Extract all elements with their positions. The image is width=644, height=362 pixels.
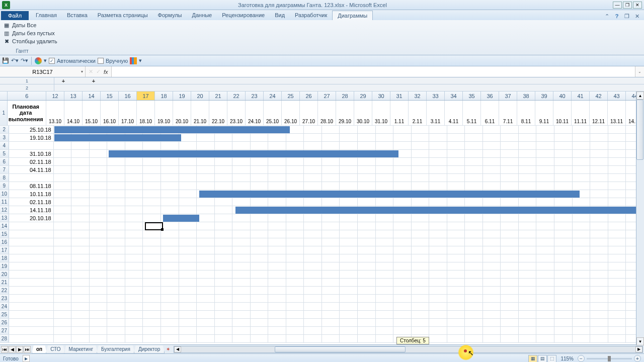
cell[interactable]: [536, 287, 554, 294]
col-header[interactable]: 26: [300, 92, 318, 100]
cell[interactable]: [358, 166, 376, 173]
manual-checkbox[interactable]: [98, 58, 104, 64]
cell[interactable]: [197, 214, 215, 222]
enter-formula-icon[interactable]: ✓: [96, 68, 101, 75]
cell[interactable]: [161, 311, 179, 318]
cell[interactable]: [501, 230, 519, 238]
cell[interactable]: [608, 246, 626, 254]
cell[interactable]: [251, 327, 269, 334]
col-header[interactable]: 41: [572, 92, 590, 100]
cell[interactable]: [483, 198, 501, 206]
restore-window-icon[interactable]: ❐: [623, 12, 631, 20]
cell[interactable]: [286, 182, 304, 190]
cell[interactable]: [340, 327, 358, 334]
cell[interactable]: [376, 214, 394, 222]
cell[interactable]: [161, 319, 179, 326]
cell[interactable]: [251, 262, 269, 270]
cell[interactable]: [573, 158, 591, 165]
cell[interactable]: [465, 182, 483, 190]
cell[interactable]: [322, 222, 340, 230]
row-header[interactable]: 3: [0, 134, 9, 141]
cell[interactable]: [554, 174, 573, 182]
date-cell[interactable]: [9, 262, 54, 270]
cell[interactable]: [501, 134, 519, 141]
vscroll-thumb[interactable]: [636, 100, 643, 160]
cell[interactable]: [608, 126, 626, 133]
ribbon-tab-0[interactable]: Главная: [31, 11, 62, 20]
cell[interactable]: [71, 319, 90, 326]
cell[interactable]: [215, 222, 233, 230]
cell[interactable]: [393, 198, 412, 206]
cell[interactable]: [412, 262, 430, 270]
cell[interactable]: [143, 335, 161, 342]
col-header[interactable]: 33: [427, 92, 445, 100]
row-header[interactable]: 18: [0, 254, 9, 262]
cell[interactable]: [554, 254, 573, 262]
cell[interactable]: [197, 206, 215, 214]
cell[interactable]: [608, 327, 626, 334]
cell[interactable]: [340, 270, 358, 278]
col-header[interactable]: 22: [227, 92, 246, 100]
row-header[interactable]: 12: [0, 206, 9, 214]
cell[interactable]: [590, 311, 608, 318]
date-cell[interactable]: [9, 222, 54, 230]
cell[interactable]: [447, 287, 465, 294]
cell[interactable]: [590, 254, 608, 262]
cell[interactable]: [286, 158, 304, 165]
col-header[interactable]: 12: [46, 92, 64, 100]
cell[interactable]: [54, 254, 72, 262]
cell[interactable]: [54, 142, 72, 149]
cell[interactable]: [161, 238, 179, 246]
cell[interactable]: [554, 262, 573, 270]
cell[interactable]: [197, 134, 215, 141]
cell[interactable]: [286, 134, 304, 141]
cell[interactable]: [608, 238, 626, 246]
cell[interactable]: [125, 174, 143, 182]
cell[interactable]: [197, 246, 215, 254]
cell[interactable]: [268, 311, 286, 318]
cell[interactable]: [107, 158, 125, 165]
cell[interactable]: [608, 150, 626, 157]
row-header[interactable]: 19: [0, 262, 9, 270]
col-header[interactable]: 42: [590, 92, 608, 100]
cell[interactable]: [251, 222, 269, 230]
cell[interactable]: [519, 311, 537, 318]
ribbon-tab-7[interactable]: Разработчик: [290, 11, 332, 20]
cell[interactable]: [340, 158, 358, 165]
cell[interactable]: [304, 198, 322, 206]
cell[interactable]: [465, 166, 483, 173]
cell[interactable]: [536, 142, 554, 149]
cell[interactable]: [590, 158, 608, 165]
row-header[interactable]: 16: [0, 238, 9, 246]
cell[interactable]: [232, 246, 251, 254]
cell[interactable]: [197, 198, 215, 206]
cell[interactable]: [322, 174, 340, 182]
cell[interactable]: [179, 238, 197, 246]
cell[interactable]: [465, 158, 483, 165]
cell[interactable]: [519, 327, 537, 334]
cell[interactable]: [232, 174, 251, 182]
cell[interactable]: [179, 311, 197, 318]
cell[interactable]: [161, 198, 179, 206]
cell[interactable]: [215, 182, 233, 190]
cell[interactable]: [71, 182, 90, 190]
hscroll-thumb[interactable]: [275, 346, 406, 352]
cell[interactable]: [322, 270, 340, 278]
scroll-left-button[interactable]: ◀: [174, 346, 181, 352]
cell[interactable]: [215, 198, 233, 206]
cell[interactable]: [573, 311, 591, 318]
outline-level-2[interactable]: 2: [0, 84, 54, 91]
cell[interactable]: [573, 214, 591, 222]
cell[interactable]: [232, 214, 251, 222]
cell[interactable]: [322, 134, 340, 141]
cell[interactable]: [465, 287, 483, 294]
cell[interactable]: [179, 166, 197, 173]
cell[interactable]: [71, 230, 90, 238]
cell[interactable]: [536, 262, 554, 270]
cell[interactable]: [54, 198, 72, 206]
row-header[interactable]: 25: [0, 311, 9, 318]
cell[interactable]: [340, 214, 358, 222]
cell[interactable]: [573, 126, 591, 133]
cell[interactable]: [232, 238, 251, 246]
cell[interactable]: [393, 230, 412, 238]
